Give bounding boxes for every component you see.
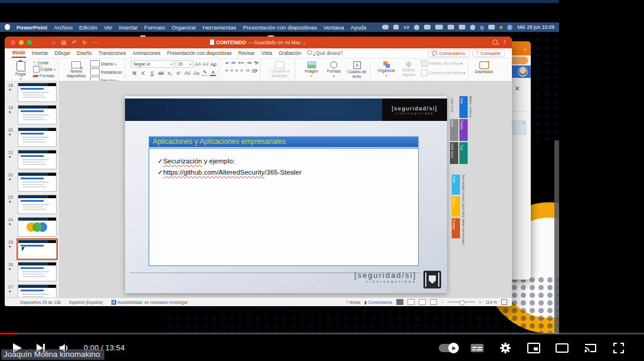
channel-watermark[interactable]: Joaquín Molina kinomakino [1, 349, 104, 360]
reset-slide-button[interactable]: Restablecer [90, 68, 122, 76]
subscript-button[interactable]: x₂ [166, 70, 173, 76]
close-icon[interactable]: ✕ [513, 85, 521, 93]
bullets-button[interactable]: •≡ [225, 60, 228, 65]
highlight-color-button[interactable]: ✎ [202, 70, 208, 76]
align-left-button[interactable]: ≡ [225, 68, 227, 73]
ribbon-tab[interactable]: Transiciones [98, 49, 127, 57]
italic-button[interactable]: K [140, 70, 146, 76]
ribbon-tab[interactable]: Vista [261, 49, 272, 57]
display-icon[interactable] [459, 25, 465, 29]
ribbon-tab[interactable]: Dibujar [54, 49, 71, 57]
change-case-button[interactable]: Aa [193, 70, 199, 76]
text-direction-button[interactable]: ¶▾ [254, 60, 258, 65]
shape-outline-button[interactable]: Contorno de forma▾ [421, 70, 465, 76]
slide-sorter-view-button[interactable] [408, 299, 415, 305]
share-icon[interactable]: ⤴ [504, 40, 507, 45]
font-color-button[interactable]: A [210, 70, 216, 76]
font-size-select[interactable]: 20▾ [176, 60, 193, 68]
ribbon-tab[interactable]: Revisar [238, 49, 255, 57]
paste-button[interactable]: Pegar▾ [11, 60, 31, 81]
slide-thumbnail[interactable]: 25 ★ [5, 238, 59, 261]
align-center-button[interactable]: ≡ [231, 68, 232, 73]
slide-thumbnail-preview[interactable] [18, 150, 57, 169]
zoom-in-button[interactable]: + [479, 300, 481, 305]
slide-thumbnail-preview[interactable] [18, 262, 57, 281]
quick-styles-button[interactable]: Estilos rápidos [399, 60, 419, 77]
strikethrough-button[interactable]: ab [157, 70, 164, 76]
current-slide[interactable]: [seguridad/si] ciberseguridad Aplicacion… [125, 96, 447, 293]
justify-button[interactable]: ≡ [241, 68, 242, 73]
autoplay-toggle[interactable] [439, 344, 459, 352]
clear-formatting-button[interactable]: A̶p [210, 61, 216, 67]
font-name-select[interactable]: Segoe UI▾ [131, 60, 175, 68]
background-window-button[interactable]: ⋮ [510, 57, 528, 64]
clock-icon[interactable] [470, 25, 475, 30]
slide-thumbnail[interactable]: 18 ★ [5, 81, 59, 104]
slide-thumbnail-preview[interactable] [18, 83, 57, 102]
menubar-item[interactable]: Herramientas [203, 24, 236, 31]
menubar-item[interactable]: Organizar [172, 24, 196, 31]
background-window-card[interactable]: × [511, 120, 526, 134]
menubar-item[interactable]: Ayuda [350, 24, 366, 31]
spotlight-search-icon[interactable]: Q [480, 25, 484, 30]
insert-shapes-button[interactable]: Formas▾ [324, 60, 344, 78]
menubar-clock[interactable]: Mié 28 jun 16:09 [517, 24, 554, 30]
ribbon-tab[interactable]: Inicio [12, 48, 26, 58]
chevron-down-icon[interactable]: ⌄ [302, 40, 306, 45]
menubar-item[interactable]: Edición [79, 24, 97, 31]
arrange-button[interactable]: Organizar▾ [376, 60, 396, 77]
apple-menu-icon[interactable] [5, 24, 10, 30]
convert-smartart-button[interactable]: Convertir a SmartArt▾ [267, 60, 293, 81]
decrease-font-button[interactable]: A˅ [202, 61, 209, 67]
slide-thumbnail[interactable]: 19 ★ [5, 104, 59, 126]
subtitles-button[interactable] [467, 338, 487, 358]
miniplayer-button[interactable] [524, 338, 544, 358]
slideshow-button[interactable] [430, 299, 437, 305]
menubar-item[interactable]: Ver [104, 24, 112, 31]
slide-thumbnail[interactable]: 20 ★ [5, 126, 59, 149]
ribbon-tab[interactable]: Animaciones [132, 49, 162, 57]
slide-title[interactable]: Aplicaciones y Aplicaciones empresariale… [149, 136, 419, 147]
reading-view-button[interactable] [419, 299, 426, 305]
slide-thumbnail[interactable]: 24 ★ [5, 216, 59, 238]
section-button[interactable]: Sección▾ [90, 77, 122, 81]
bold-button[interactable]: N [131, 70, 137, 76]
comments-button[interactable]: 💬Comentarios [428, 50, 469, 57]
increase-font-button[interactable]: A˄ [195, 61, 201, 67]
chevron-down-icon[interactable]: ⌄ [523, 45, 527, 51]
underline-button[interactable]: S [149, 70, 155, 76]
slide-thumbnail[interactable]: 22 ★ [5, 171, 59, 193]
menubar-item[interactable]: Ventana [323, 24, 344, 31]
new-slide-button[interactable]: Nueva diapositiva [64, 60, 88, 78]
align-right-button[interactable]: ≡ [235, 68, 237, 73]
menubar-item[interactable]: Presentación con diapositivas [243, 24, 317, 31]
language-indicator[interactable]: Español (España) [69, 300, 103, 305]
slide-thumbnail[interactable]: 27 ★ [5, 283, 59, 297]
superscript-button[interactable]: x² [175, 70, 182, 76]
zoom-slider[interactable] [448, 301, 475, 303]
search-icon[interactable] [492, 40, 498, 45]
line-spacing-button[interactable]: ↕≡ [245, 68, 249, 73]
slide-thumbnail-preview[interactable] [18, 105, 57, 124]
ribbon-tab[interactable]: Insertar [31, 49, 49, 57]
slide-thumbnail-preview[interactable] [18, 127, 57, 147]
notes-button[interactable]: ⫯ Notas [346, 300, 360, 305]
slide-body-textbox[interactable]: ✓Securización y ejemplo: ✓https://github… [149, 148, 419, 266]
app-status-icon[interactable] [393, 25, 399, 29]
record-status-icon[interactable] [414, 25, 419, 30]
character-spacing-button[interactable]: AV [184, 70, 190, 76]
cast-button[interactable] [580, 338, 600, 358]
menubar-item[interactable]: Formato [144, 24, 165, 31]
ribbon-tab[interactable]: Presentación con diapositivas [166, 49, 232, 57]
menubar-item[interactable]: Insertar [119, 24, 137, 31]
menubar-app-name[interactable]: PowerPoint [17, 24, 47, 31]
slide-count[interactable]: Diapositiva 25 de 136 [20, 300, 61, 305]
video-progress-bar[interactable] [0, 333, 644, 334]
increase-indent-button[interactable]: ⇥≡ [247, 60, 252, 65]
control-center-icon[interactable] [488, 25, 495, 29]
insert-textbox-button[interactable]: A Cuadro de texto [346, 60, 367, 79]
copy-button[interactable]: Copiar▾ [33, 66, 55, 73]
slide-thumbnail[interactable]: 23 ★ [5, 193, 59, 216]
menubar-item[interactable]: Archivo [54, 24, 73, 31]
slide-header-band[interactable]: [seguridad/si] ciberseguridad [125, 99, 447, 121]
